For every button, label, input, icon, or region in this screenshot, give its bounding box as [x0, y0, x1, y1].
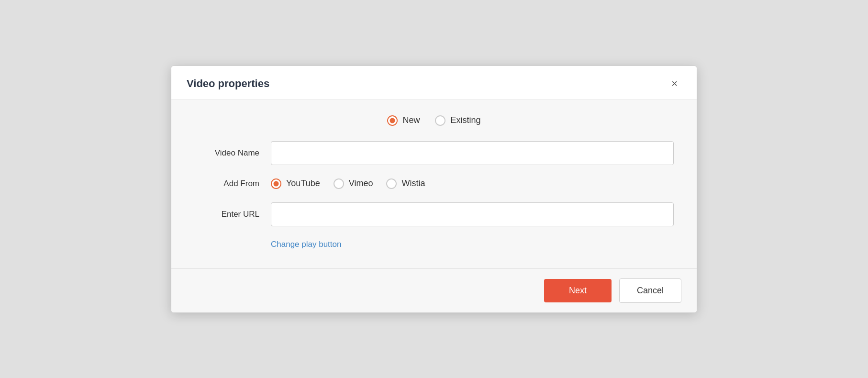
- add-from-row: Add From YouTube Vimeo Wistia: [194, 178, 674, 189]
- close-button[interactable]: ×: [668, 77, 681, 91]
- wistia-radio-label[interactable]: Wistia: [386, 178, 425, 189]
- video-name-input[interactable]: [271, 141, 674, 165]
- dialog-body: New Existing Video Name Add From YouTube…: [171, 100, 697, 268]
- existing-radio-input[interactable]: [435, 115, 445, 126]
- dialog-title: Video properties: [187, 78, 269, 90]
- enter-url-label: Enter URL: [194, 210, 271, 219]
- youtube-radio-text: YouTube: [286, 178, 320, 189]
- enter-url-row: Enter URL: [194, 202, 674, 226]
- youtube-radio-input[interactable]: [271, 178, 281, 189]
- add-from-label: Add From: [194, 179, 271, 189]
- dialog-header: Video properties ×: [171, 66, 697, 100]
- dialog-footer: Next Cancel: [171, 268, 697, 312]
- new-radio-text: New: [402, 115, 420, 125]
- existing-radio-text: Existing: [450, 115, 480, 125]
- new-existing-radio-group: New Existing: [194, 115, 674, 126]
- cancel-button[interactable]: Cancel: [619, 278, 681, 303]
- existing-radio-label[interactable]: Existing: [435, 115, 480, 126]
- vimeo-radio-text: Vimeo: [349, 178, 373, 189]
- change-play-button-row: Change play button: [194, 240, 674, 253]
- new-radio-input[interactable]: [387, 115, 398, 126]
- wistia-radio-input[interactable]: [386, 178, 397, 189]
- wistia-radio-text: Wistia: [401, 178, 425, 189]
- change-play-button[interactable]: Change play button: [271, 240, 341, 249]
- next-button[interactable]: Next: [544, 279, 612, 302]
- vimeo-radio-input[interactable]: [334, 178, 344, 189]
- video-properties-dialog: Video properties × New Existing Video Na…: [171, 66, 697, 313]
- vimeo-radio-label[interactable]: Vimeo: [334, 178, 373, 189]
- youtube-radio-label[interactable]: YouTube: [271, 178, 320, 189]
- video-name-row: Video Name: [194, 141, 674, 165]
- add-from-options: YouTube Vimeo Wistia: [271, 178, 425, 189]
- new-radio-label[interactable]: New: [387, 115, 420, 126]
- enter-url-input[interactable]: [271, 202, 674, 226]
- video-name-label: Video Name: [194, 148, 271, 158]
